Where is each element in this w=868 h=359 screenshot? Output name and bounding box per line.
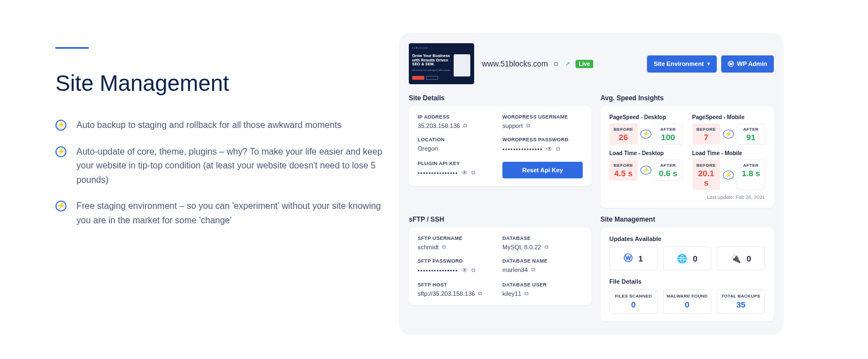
bolt-icon (55, 120, 66, 131)
updates-title: Updates Available (609, 235, 765, 242)
stat-label: TOTAL BACKUPS (720, 294, 762, 299)
stat-value: 35 (720, 300, 762, 309)
metric-title: Load Time - Desktop (609, 150, 682, 156)
plugin-updates[interactable]: 0 (717, 247, 765, 270)
chevron-down-icon: ▾ (707, 61, 710, 66)
before-label: BEFORE (695, 163, 718, 168)
theme-updates[interactable]: 0 (663, 247, 711, 270)
field-label: PLUGIN API KEY (418, 161, 498, 166)
copy-icon[interactable]: ⧉ (545, 244, 548, 250)
wp-username: support (502, 122, 523, 129)
ps-mobile-before: 7 (695, 132, 718, 142)
location: Oregon (418, 145, 438, 152)
bolt-icon (640, 166, 651, 175)
total-backups: TOTAL BACKUPS 35 (717, 289, 765, 314)
after-label: AFTER (657, 127, 680, 132)
bullet-item: Free staging environment – so you can 'e… (55, 199, 388, 227)
field-label: SFTP HOST (418, 282, 498, 288)
after-label: AFTER (739, 127, 762, 132)
ip-address: 35.203.158.136 (418, 122, 460, 129)
wp-password: ••••••••••••••• (502, 146, 543, 152)
button-label: WP Admin (737, 60, 767, 67)
bolt-icon (640, 130, 651, 139)
sftp-host: sftp://35.203.158.136 (418, 290, 475, 297)
bullet-item: Auto backup to staging and rollback for … (55, 118, 388, 132)
before-label: BEFORE (612, 127, 635, 132)
section-title: Site Details (409, 94, 592, 102)
before-label: BEFORE (695, 127, 718, 132)
speed-insights-section: Avg. Speed Insights PageSpeed - Desktop … (600, 94, 774, 208)
eye-icon[interactable]: 👁 (461, 266, 468, 274)
copy-icon[interactable]: ⧉ (556, 146, 560, 152)
field-label: DATABASE USER (502, 282, 583, 288)
field-label: WORDPRESS PASSWORD (502, 137, 583, 142)
wordpress-icon: ⓦ (728, 60, 734, 68)
reset-api-key-button[interactable]: Reset Api Key (502, 162, 583, 178)
field-label: LOCATION (418, 137, 498, 142)
field-label: SFTP PASSWORD (418, 258, 498, 264)
section-title: sFTP / SSH (409, 216, 592, 223)
copy-icon[interactable]: ⧉ (471, 170, 475, 176)
bullet-text: Auto backup to staging and rollback for … (76, 118, 341, 132)
thumb-brand: 51BLOCKS (412, 47, 471, 49)
thumb-cta (412, 76, 424, 80)
bolt-icon (55, 146, 66, 157)
stat-label: FILES SCANNED (612, 294, 655, 299)
malware-found: MALWARE FOUND 0 (663, 289, 711, 314)
copy-icon[interactable]: ⧉ (531, 266, 535, 273)
external-link-icon[interactable]: ↗ (564, 60, 571, 68)
database-name: marlen34 (502, 266, 528, 273)
thumb-headline: Grow Your Business with Results Driven S… (412, 54, 451, 66)
copy-icon[interactable]: ⧉ (442, 244, 446, 250)
site-environment-button[interactable]: Site Environment ▾ (647, 55, 716, 73)
database-user: kiley11 (502, 290, 521, 297)
thumb-sub: We create real rankings & sales results (412, 69, 451, 71)
eye-icon[interactable]: 👁 (461, 169, 468, 177)
field-label: WORDPRESS USERNAME (502, 114, 583, 120)
thumb-cta (426, 76, 438, 80)
site-details-section: Site Details IP ADDRESS 35.203.158.136 ⧉… (409, 94, 592, 208)
site-thumbnail[interactable]: 51BLOCKS Grow Your Business with Results… (409, 43, 474, 84)
lt-mobile-before: 20.1 s (695, 168, 718, 187)
sftp-section: sFTP / SSH SFTP USERNAME schmidt⧉ DATABA… (409, 216, 592, 321)
last-update: Last update: Feb 26, 2021 (609, 194, 765, 200)
copy-icon[interactable]: ⧉ (478, 290, 482, 297)
accent-bar (55, 47, 89, 49)
marketing-copy: Site Management Auto backup to staging a… (55, 33, 388, 335)
wordpress-updates[interactable]: ⓦ 1 (609, 247, 658, 270)
live-badge: Live (576, 60, 593, 68)
copy-icon[interactable]: ⧉ (471, 267, 475, 274)
lt-desktop-before: 4.5 s (612, 168, 635, 178)
stat-label: MALWARE FOUND (666, 294, 708, 299)
bullet-text: Free staging environment – so you can 'e… (76, 199, 388, 227)
section-title: Avg. Speed Insights (600, 94, 774, 102)
plugins-count: 0 (747, 254, 751, 263)
button-label: Site Environment (654, 60, 703, 67)
bolt-icon (723, 130, 734, 139)
field-label: SFTP USERNAME (418, 235, 498, 241)
wp-admin-button[interactable]: ⓦ WP Admin (721, 55, 774, 73)
metric-title: PageSpeed - Mobile (692, 114, 766, 120)
domain-name: www.51blocks.com (482, 59, 548, 68)
lt-mobile-after: 1.8 s (739, 168, 762, 178)
sftp-password: ••••••••••••••• (418, 267, 458, 274)
field-label: IP ADDRESS (418, 114, 498, 120)
section-title: Site Management (600, 216, 774, 223)
dashboard-panel: 51BLOCKS Grow Your Business with Results… (399, 33, 784, 335)
wordpress-count: 1 (638, 254, 643, 263)
copy-icon[interactable]: ⧉ (525, 290, 528, 297)
copy-icon[interactable]: ⧉ (526, 122, 530, 129)
files-scanned: FILES SCANNED 0 (609, 289, 658, 314)
site-management-section: Site Management Updates Available ⓦ 1 0 (600, 216, 774, 321)
ps-desktop-before: 26 (612, 132, 635, 142)
themes-count: 0 (693, 254, 697, 263)
api-key: ••••••••••••••• (418, 170, 458, 176)
bullet-text: Auto-update of core, theme, plugins – wh… (76, 145, 388, 187)
after-label: AFTER (739, 163, 762, 168)
eye-icon[interactable]: 👁 (546, 145, 553, 153)
bolt-icon (723, 171, 734, 180)
copy-icon[interactable]: ⧉ (463, 122, 467, 129)
globe-icon (677, 254, 687, 264)
copy-icon[interactable]: ⧉ (552, 60, 559, 68)
file-details-title: File Details (609, 278, 765, 285)
